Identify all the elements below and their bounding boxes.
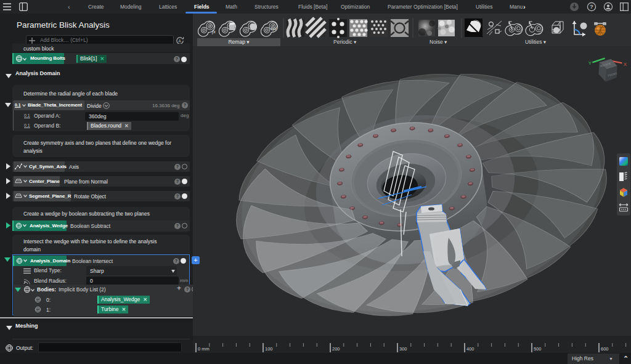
svg-text:xyz: xyz bbox=[270, 26, 277, 31]
svg-text:Y: Y bbox=[588, 60, 592, 66]
svg-text:fx: fx bbox=[212, 29, 216, 34]
svg-text:A: A bbox=[178, 39, 181, 43]
svg-text:X: X bbox=[624, 62, 627, 67]
